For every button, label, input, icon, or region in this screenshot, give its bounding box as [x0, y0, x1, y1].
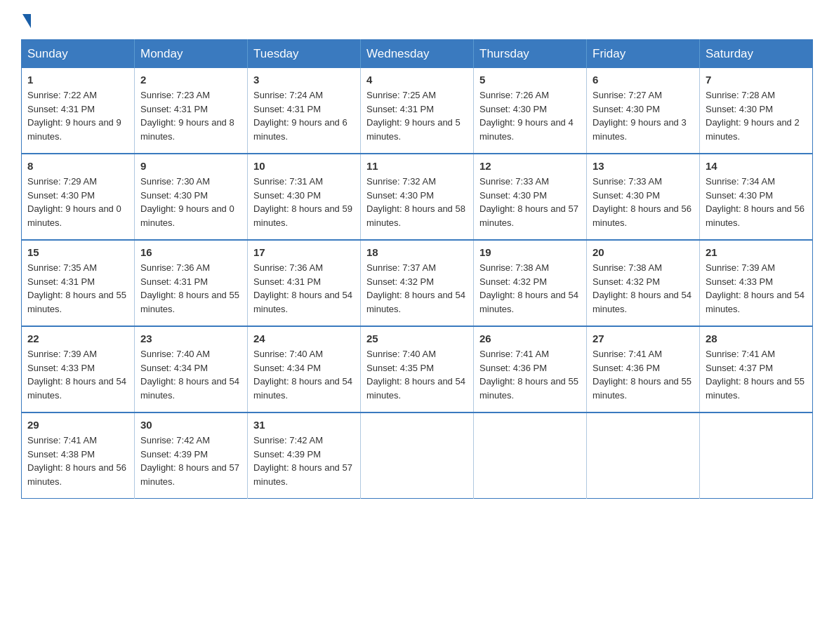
day-info: Sunrise: 7:33 AMSunset: 4:30 PMDaylight:…: [479, 176, 578, 228]
logo-triangle-icon: [22, 14, 31, 28]
day-info: Sunrise: 7:42 AMSunset: 4:39 PMDaylight:…: [253, 435, 352, 487]
day-number: 6: [593, 74, 694, 86]
day-info: Sunrise: 7:36 AMSunset: 4:31 PMDaylight:…: [140, 262, 239, 314]
day-number: 30: [140, 419, 241, 431]
column-header-tuesday: Tuesday: [248, 40, 361, 69]
calendar-cell: 20 Sunrise: 7:38 AMSunset: 4:32 PMDaylig…: [587, 240, 700, 326]
day-number: 4: [366, 74, 468, 86]
calendar-cell: 31 Sunrise: 7:42 AMSunset: 4:39 PMDaylig…: [248, 412, 361, 499]
day-info: Sunrise: 7:23 AMSunset: 4:31 PMDaylight:…: [140, 90, 234, 142]
calendar-cell: [474, 412, 587, 499]
day-info: Sunrise: 7:31 AMSunset: 4:30 PMDaylight:…: [253, 176, 352, 228]
day-number: 24: [253, 333, 355, 344]
day-info: Sunrise: 7:41 AMSunset: 4:36 PMDaylight:…: [479, 349, 578, 401]
calendar-cell: 17 Sunrise: 7:36 AMSunset: 4:31 PMDaylig…: [248, 240, 361, 326]
day-number: 27: [593, 333, 694, 344]
day-number: 14: [706, 160, 807, 172]
day-number: 28: [706, 333, 807, 344]
calendar-cell: 22 Sunrise: 7:39 AMSunset: 4:33 PMDaylig…: [22, 326, 135, 412]
calendar-cell: 23 Sunrise: 7:40 AMSunset: 4:34 PMDaylig…: [135, 326, 248, 412]
day-info: Sunrise: 7:26 AMSunset: 4:30 PMDaylight:…: [479, 90, 574, 142]
day-number: 20: [593, 246, 694, 258]
column-header-wednesday: Wednesday: [361, 40, 474, 69]
day-info: Sunrise: 7:41 AMSunset: 4:37 PMDaylight:…: [706, 349, 805, 401]
calendar-cell: 16 Sunrise: 7:36 AMSunset: 4:31 PMDaylig…: [135, 240, 248, 326]
column-header-monday: Monday: [135, 40, 248, 69]
calendar-cell: 26 Sunrise: 7:41 AMSunset: 4:36 PMDaylig…: [474, 326, 587, 412]
calendar-cell: 30 Sunrise: 7:42 AMSunset: 4:39 PMDaylig…: [135, 412, 248, 499]
day-number: 15: [27, 246, 128, 258]
column-header-saturday: Saturday: [700, 40, 813, 69]
day-number: 22: [27, 333, 128, 344]
calendar-cell: 29 Sunrise: 7:41 AMSunset: 4:38 PMDaylig…: [22, 412, 135, 499]
day-info: Sunrise: 7:37 AMSunset: 4:32 PMDaylight:…: [366, 262, 465, 314]
day-info: Sunrise: 7:29 AMSunset: 4:30 PMDaylight:…: [27, 176, 121, 228]
day-info: Sunrise: 7:38 AMSunset: 4:32 PMDaylight:…: [479, 262, 578, 314]
calendar-cell: 15 Sunrise: 7:35 AMSunset: 4:31 PMDaylig…: [22, 240, 135, 326]
calendar-week-row: 15 Sunrise: 7:35 AMSunset: 4:31 PMDaylig…: [22, 240, 813, 326]
day-number: 7: [706, 74, 807, 86]
calendar-cell: 3 Sunrise: 7:24 AMSunset: 4:31 PMDayligh…: [248, 68, 361, 154]
day-info: Sunrise: 7:40 AMSunset: 4:34 PMDaylight:…: [253, 349, 352, 401]
day-number: 29: [27, 419, 128, 431]
day-info: Sunrise: 7:41 AMSunset: 4:36 PMDaylight:…: [593, 349, 691, 401]
day-info: Sunrise: 7:40 AMSunset: 4:35 PMDaylight:…: [366, 349, 465, 401]
page-header: [21, 14, 813, 25]
calendar-cell: 7 Sunrise: 7:28 AMSunset: 4:30 PMDayligh…: [700, 68, 813, 154]
day-info: Sunrise: 7:40 AMSunset: 4:34 PMDaylight:…: [140, 349, 239, 401]
day-number: 11: [366, 160, 468, 172]
day-number: 25: [366, 333, 468, 344]
calendar-cell: 4 Sunrise: 7:25 AMSunset: 4:31 PMDayligh…: [361, 68, 474, 154]
day-info: Sunrise: 7:32 AMSunset: 4:30 PMDaylight:…: [366, 176, 465, 228]
calendar-week-row: 8 Sunrise: 7:29 AMSunset: 4:30 PMDayligh…: [22, 154, 813, 240]
day-number: 21: [706, 246, 807, 258]
day-info: Sunrise: 7:22 AMSunset: 4:31 PMDaylight:…: [27, 90, 121, 142]
calendar-cell: [587, 412, 700, 499]
day-info: Sunrise: 7:38 AMSunset: 4:32 PMDaylight:…: [593, 262, 691, 314]
day-number: 10: [253, 160, 355, 172]
day-info: Sunrise: 7:30 AMSunset: 4:30 PMDaylight:…: [140, 176, 234, 228]
calendar-cell: 24 Sunrise: 7:40 AMSunset: 4:34 PMDaylig…: [248, 326, 361, 412]
day-info: Sunrise: 7:36 AMSunset: 4:31 PMDaylight:…: [253, 262, 352, 314]
day-info: Sunrise: 7:35 AMSunset: 4:31 PMDaylight:…: [27, 262, 126, 314]
day-number: 2: [140, 74, 241, 86]
calendar-cell: 14 Sunrise: 7:34 AMSunset: 4:30 PMDaylig…: [700, 154, 813, 240]
day-number: 23: [140, 333, 241, 344]
calendar-cell: 21 Sunrise: 7:39 AMSunset: 4:33 PMDaylig…: [700, 240, 813, 326]
calendar-cell: 1 Sunrise: 7:22 AMSunset: 4:31 PMDayligh…: [22, 68, 135, 154]
day-number: 16: [140, 246, 241, 258]
day-number: 31: [253, 419, 355, 431]
day-info: Sunrise: 7:41 AMSunset: 4:38 PMDaylight:…: [27, 435, 126, 487]
calendar-cell: 13 Sunrise: 7:33 AMSunset: 4:30 PMDaylig…: [587, 154, 700, 240]
calendar-cell: 2 Sunrise: 7:23 AMSunset: 4:31 PMDayligh…: [135, 68, 248, 154]
calendar-cell: 5 Sunrise: 7:26 AMSunset: 4:30 PMDayligh…: [474, 68, 587, 154]
column-header-thursday: Thursday: [474, 40, 587, 69]
calendar-cell: 12 Sunrise: 7:33 AMSunset: 4:30 PMDaylig…: [474, 154, 587, 240]
column-header-sunday: Sunday: [22, 40, 135, 69]
day-number: 18: [366, 246, 468, 258]
day-info: Sunrise: 7:34 AMSunset: 4:30 PMDaylight:…: [706, 176, 805, 228]
calendar-cell: 10 Sunrise: 7:31 AMSunset: 4:30 PMDaylig…: [248, 154, 361, 240]
calendar-week-row: 22 Sunrise: 7:39 AMSunset: 4:33 PMDaylig…: [22, 326, 813, 412]
day-info: Sunrise: 7:33 AMSunset: 4:30 PMDaylight:…: [593, 176, 691, 228]
day-number: 9: [140, 160, 241, 172]
calendar-cell: 25 Sunrise: 7:40 AMSunset: 4:35 PMDaylig…: [361, 326, 474, 412]
calendar-cell: 9 Sunrise: 7:30 AMSunset: 4:30 PMDayligh…: [135, 154, 248, 240]
logo: [21, 14, 32, 25]
calendar-cell: 6 Sunrise: 7:27 AMSunset: 4:30 PMDayligh…: [587, 68, 700, 154]
calendar-week-row: 29 Sunrise: 7:41 AMSunset: 4:38 PMDaylig…: [22, 412, 813, 499]
column-header-friday: Friday: [587, 40, 700, 69]
calendar-table: SundayMondayTuesdayWednesdayThursdayFrid…: [21, 39, 813, 499]
day-number: 13: [593, 160, 694, 172]
day-number: 3: [253, 74, 355, 86]
day-info: Sunrise: 7:25 AMSunset: 4:31 PMDaylight:…: [366, 90, 461, 142]
day-number: 1: [27, 74, 128, 86]
calendar-cell: [700, 412, 813, 499]
day-number: 8: [27, 160, 128, 172]
day-info: Sunrise: 7:27 AMSunset: 4:30 PMDaylight:…: [593, 90, 687, 142]
calendar-cell: [361, 412, 474, 499]
day-number: 5: [479, 74, 581, 86]
calendar-cell: 19 Sunrise: 7:38 AMSunset: 4:32 PMDaylig…: [474, 240, 587, 326]
calendar-header-row: SundayMondayTuesdayWednesdayThursdayFrid…: [22, 40, 813, 69]
day-number: 17: [253, 246, 355, 258]
